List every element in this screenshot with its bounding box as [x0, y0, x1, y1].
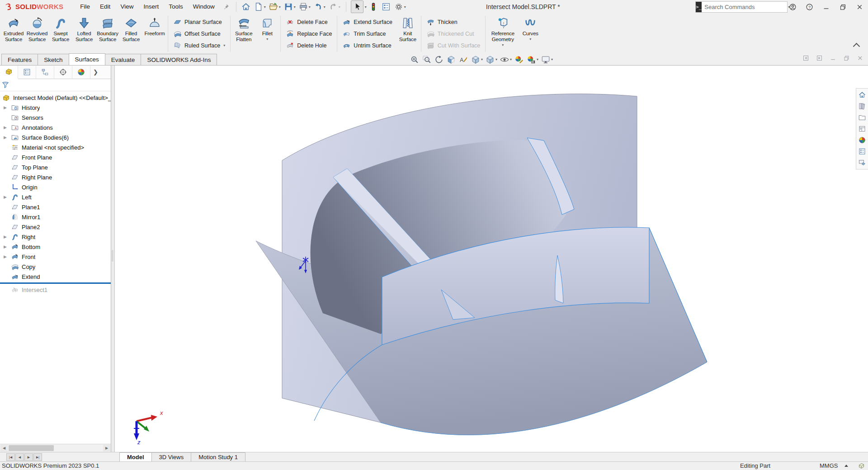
- panel-horizontal-scrollbar[interactable]: ◀ ▶: [0, 444, 111, 452]
- taskpane-home-button[interactable]: [857, 90, 867, 100]
- tree-item-extend[interactable]: Extend: [0, 272, 111, 282]
- chevron-down-icon[interactable]: ▾: [266, 37, 268, 41]
- delete-hole-button[interactable]: Delete Hole: [283, 40, 335, 51]
- chevron-down-icon[interactable]: ▾: [324, 5, 326, 9]
- fillet-button[interactable]: Fillet▾: [255, 14, 279, 53]
- untrim-surface-button[interactable]: Untrim Surface: [340, 40, 395, 51]
- tab-evaluate[interactable]: Evaluate: [105, 54, 142, 65]
- tab-features[interactable]: Features: [1, 54, 38, 65]
- chevron-down-icon[interactable]: ▾: [365, 5, 367, 9]
- configurationmanager-tab[interactable]: [36, 66, 54, 79]
- menu-file[interactable]: File: [75, 0, 95, 14]
- expand-arrow-icon[interactable]: ▶: [4, 125, 11, 130]
- chevron-down-icon[interactable]: ▾: [294, 5, 296, 9]
- tree-item-mirror1[interactable]: Mirror1: [0, 212, 111, 222]
- freeform-button[interactable]: Freeform: [143, 14, 166, 53]
- rollback-bar[interactable]: [0, 282, 111, 284]
- appearances-button[interactable]: [857, 135, 867, 145]
- tab-surfaces[interactable]: Surfaces: [69, 53, 105, 65]
- surface-flatten-button[interactable]: Surface Flatten: [232, 14, 255, 53]
- trim-surface-button[interactable]: Trim Surface: [340, 28, 395, 39]
- chevron-down-icon[interactable]: ▾: [481, 57, 483, 61]
- edit-appearance-button[interactable]: [514, 55, 524, 65]
- view-settings-button[interactable]: ▾: [540, 55, 553, 65]
- expand-arrow-icon[interactable]: ▶: [4, 195, 11, 199]
- chevron-down-icon[interactable]: ▾: [404, 5, 406, 9]
- home-button[interactable]: [240, 1, 252, 13]
- swept-surface-button[interactable]: Swept Surface: [49, 14, 72, 53]
- extruded-surface-button[interactable]: Extruded Surface: [2, 14, 25, 53]
- search-input[interactable]: [702, 4, 787, 10]
- offset-surface-button[interactable]: Offset Surface: [170, 28, 228, 39]
- tree-item-bottom[interactable]: ▶Bottom: [0, 242, 111, 252]
- save-button[interactable]: ▾: [283, 1, 297, 13]
- previous-view-button[interactable]: [434, 55, 444, 65]
- search-commands-box[interactable]: >_ ▾: [695, 1, 788, 13]
- zoom-fit-button[interactable]: [409, 55, 420, 65]
- tree-filter-row[interactable]: [0, 79, 111, 91]
- status-tag-icon[interactable]: [858, 462, 865, 469]
- collapse-ribbon-chevron[interactable]: [853, 43, 860, 50]
- boundary-surface-button[interactable]: Boundary Surface: [96, 14, 119, 53]
- tree-item-plane1[interactable]: Plane1: [0, 202, 111, 212]
- chevron-down-icon[interactable]: ▾: [223, 43, 225, 47]
- tree-item-plane2[interactable]: Plane2: [0, 222, 111, 232]
- doc-restore-icon[interactable]: [843, 55, 850, 61]
- last-tab-button[interactable]: ▶|: [33, 453, 42, 461]
- chevron-down-icon[interactable]: ▾: [279, 5, 281, 9]
- model-3d-surfaces[interactable]: [115, 66, 868, 452]
- open-button[interactable]: ▾: [268, 1, 282, 13]
- tab-model[interactable]: Model: [119, 452, 152, 461]
- chevron-down-icon[interactable]: ▾: [309, 5, 311, 9]
- display-style-button[interactable]: ▾: [485, 55, 498, 65]
- tree-item-front-plane[interactable]: Front Plane: [0, 152, 111, 162]
- chevron-down-icon[interactable]: ▾: [264, 5, 266, 9]
- dimxpertmanager-tab[interactable]: [54, 66, 72, 79]
- knit-surface-button[interactable]: Knit Surface: [396, 14, 420, 53]
- lofted-surface-button[interactable]: Lofted Surface: [72, 14, 96, 53]
- chevron-down-icon[interactable]: ▾: [495, 57, 497, 61]
- displaymanager-tab[interactable]: [72, 66, 90, 79]
- tree-item-history[interactable]: ▶History: [0, 103, 111, 113]
- unit-caret-icon[interactable]: [844, 465, 848, 467]
- next-tab-button[interactable]: ▶: [24, 453, 33, 461]
- forum-button[interactable]: [857, 158, 867, 168]
- tree-item-copy[interactable]: Copy: [0, 262, 111, 272]
- revolved-surface-button[interactable]: Revolved Surface: [25, 14, 49, 53]
- tab-sketch[interactable]: Sketch: [38, 54, 69, 65]
- close-button[interactable]: [851, 0, 868, 14]
- view-orientation-button[interactable]: ▾: [470, 55, 483, 65]
- options-button[interactable]: ▾: [393, 1, 407, 13]
- thicken-button[interactable]: Thicken: [424, 16, 483, 28]
- design-library-button[interactable]: [857, 101, 867, 111]
- chevron-down-icon[interactable]: ▾: [551, 57, 553, 61]
- menu-edit[interactable]: Edit: [95, 0, 115, 14]
- first-tab-button[interactable]: |◀: [6, 453, 15, 461]
- curves-button[interactable]: Curves▾: [519, 14, 542, 53]
- expand-arrow-icon[interactable]: ▶: [4, 135, 11, 140]
- pin-icon[interactable]: [222, 3, 230, 10]
- tree-item-material[interactable]: Material <not specified>: [0, 142, 111, 152]
- select-tool-button[interactable]: [351, 0, 363, 13]
- doc-minimize-icon[interactable]: [830, 55, 836, 61]
- doc-close-icon[interactable]: [857, 55, 863, 61]
- tab-motion-study-1[interactable]: Motion Study 1: [191, 452, 245, 461]
- scroll-left-icon[interactable]: ◀: [0, 445, 8, 451]
- annotation-visibility-button[interactable]: [458, 55, 469, 65]
- unit-system-selector[interactable]: MMGS: [820, 462, 838, 469]
- expand-arrow-icon[interactable]: ▶: [4, 105, 11, 110]
- tree-item-top-plane[interactable]: Top Plane: [0, 162, 111, 172]
- expand-panel-chevron[interactable]: ❯: [93, 69, 98, 75]
- file-properties-button[interactable]: [380, 1, 392, 13]
- tree-root[interactable]: Intersect Model (Default) <<Default>_Di: [0, 93, 111, 103]
- zoom-area-button[interactable]: [421, 55, 432, 65]
- propertymanager-tab[interactable]: [18, 66, 36, 79]
- redo-button[interactable]: ▾: [327, 1, 341, 13]
- menu-view[interactable]: View: [115, 0, 138, 14]
- prev-tab-button[interactable]: ◀: [15, 453, 24, 461]
- graphics-area[interactable]: x z: [115, 66, 868, 452]
- tree-item-right[interactable]: ▶Right: [0, 232, 111, 242]
- filled-surface-button[interactable]: Filled Surface: [119, 14, 143, 53]
- chevron-down-icon[interactable]: ▾: [502, 43, 504, 47]
- file-explorer-button[interactable]: [857, 113, 867, 122]
